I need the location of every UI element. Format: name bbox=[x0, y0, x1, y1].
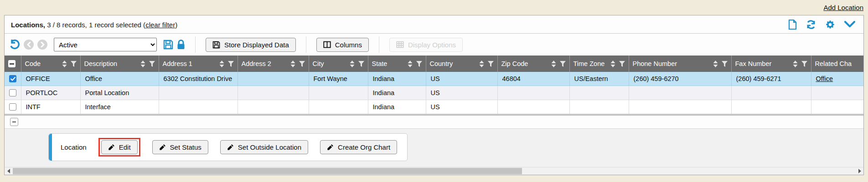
cell-phone bbox=[629, 86, 731, 100]
toolbar: Active Store Displayed Data Columns Disp… bbox=[5, 34, 863, 56]
next-record-button[interactable] bbox=[37, 40, 47, 50]
create-org-chart-button[interactable]: Create Org Chart bbox=[320, 140, 397, 154]
save-filter-button[interactable] bbox=[163, 40, 173, 50]
sort-icon[interactable] bbox=[551, 61, 556, 67]
display-options-button: Display Options bbox=[389, 38, 463, 52]
lock-icon bbox=[177, 40, 185, 50]
records-summary: 3 / 8 records, 1 record selected ( bbox=[45, 21, 145, 29]
cell-timezone bbox=[569, 86, 629, 100]
panel-title-row: Locations, 3 / 8 records, 1 record selec… bbox=[5, 15, 863, 34]
sort-icon[interactable] bbox=[479, 61, 484, 67]
col-header-description[interactable]: Description bbox=[80, 56, 159, 72]
table-row[interactable]: INTF Interface Indiana US bbox=[5, 100, 863, 114]
col-label: Code bbox=[25, 60, 41, 67]
table-header-row: Code Description Address 1 Address 2 Cit… bbox=[5, 56, 863, 72]
col-header-state[interactable]: State bbox=[368, 56, 426, 72]
group-accent-bar bbox=[49, 134, 52, 161]
table-row[interactable]: PORTLOC Portal Location Indiana US bbox=[5, 86, 863, 100]
sort-icon[interactable] bbox=[793, 61, 798, 67]
filter-icon[interactable] bbox=[416, 61, 422, 67]
cell-description: Portal Location bbox=[80, 86, 159, 100]
status-filter-select[interactable]: Active bbox=[54, 38, 157, 51]
clear-filter-link[interactable]: clear filter bbox=[145, 21, 175, 29]
row-checkbox[interactable] bbox=[9, 89, 16, 96]
select-all-checkbox[interactable] bbox=[8, 60, 16, 67]
col-header-address2[interactable]: Address 2 bbox=[238, 56, 309, 72]
cell-state: Indiana bbox=[368, 72, 426, 86]
sort-icon[interactable] bbox=[62, 61, 67, 67]
set-status-button[interactable]: Set Status bbox=[152, 140, 208, 154]
collapse-button[interactable] bbox=[10, 118, 18, 126]
col-label: City bbox=[313, 60, 324, 67]
filter-icon[interactable] bbox=[358, 61, 364, 67]
sort-icon[interactable] bbox=[140, 61, 145, 67]
scroll-right-button[interactable] bbox=[856, 167, 863, 175]
refresh-icon[interactable] bbox=[806, 20, 816, 30]
cell-fax: (260) 459-6271 bbox=[731, 72, 811, 86]
col-header-code[interactable]: Code bbox=[21, 56, 80, 72]
row-checkbox[interactable] bbox=[9, 75, 16, 82]
set-outside-location-button[interactable]: Set Outside Location bbox=[220, 140, 308, 154]
lock-button[interactable] bbox=[177, 40, 185, 50]
col-label: Phone Number bbox=[633, 60, 677, 67]
scrollbar-thumb[interactable] bbox=[13, 168, 522, 174]
sort-icon[interactable] bbox=[408, 61, 413, 67]
edit-button-label: Edit bbox=[119, 143, 131, 151]
undo-button[interactable] bbox=[9, 39, 20, 50]
filter-icon[interactable] bbox=[722, 61, 728, 67]
table-row[interactable]: OFFICE Office 6302 Constitution Drive Fo… bbox=[5, 72, 863, 86]
store-displayed-data-button[interactable]: Store Displayed Data bbox=[206, 38, 296, 52]
filter-icon[interactable] bbox=[228, 61, 234, 67]
col-label: Time Zone bbox=[574, 60, 605, 67]
sort-icon[interactable] bbox=[713, 61, 718, 67]
edit-highlight-box: Edit bbox=[98, 138, 140, 157]
col-header-fax[interactable]: Fax Number bbox=[731, 56, 811, 72]
undo-icon bbox=[9, 39, 20, 50]
col-header-city[interactable]: City bbox=[309, 56, 368, 72]
sort-icon[interactable] bbox=[350, 61, 355, 67]
filter-icon[interactable] bbox=[488, 61, 494, 67]
location-action-group: Location Edit Set Status Set Outside Loc… bbox=[48, 133, 408, 161]
save-icon bbox=[212, 41, 220, 49]
top-strip: Add Location bbox=[0, 0, 868, 15]
cell-city bbox=[309, 86, 368, 100]
sort-icon[interactable] bbox=[290, 61, 295, 67]
col-header-timezone[interactable]: Time Zone bbox=[569, 56, 629, 72]
row-checkbox[interactable] bbox=[9, 103, 16, 111]
col-header-related[interactable]: Related Cha bbox=[811, 56, 863, 72]
col-header-address1[interactable]: Address 1 bbox=[159, 56, 238, 72]
pencil-icon bbox=[159, 144, 166, 151]
filter-icon[interactable] bbox=[801, 61, 807, 67]
filter-icon[interactable] bbox=[560, 61, 566, 67]
prev-record-button[interactable] bbox=[24, 40, 34, 50]
columns-button[interactable]: Columns bbox=[316, 38, 369, 52]
cell-country: US bbox=[426, 86, 497, 100]
filter-icon[interactable] bbox=[71, 61, 77, 67]
filter-icon[interactable] bbox=[299, 61, 305, 67]
gear-icon[interactable] bbox=[825, 20, 835, 30]
sort-icon[interactable] bbox=[610, 61, 615, 67]
add-location-link[interactable]: Add Location bbox=[823, 4, 863, 11]
cell-code: PORTLOC bbox=[21, 86, 80, 100]
cell-zip bbox=[497, 100, 569, 114]
new-record-icon[interactable] bbox=[788, 20, 797, 30]
col-header-zip[interactable]: Zip Code bbox=[497, 56, 569, 72]
scroll-left-button[interactable] bbox=[5, 167, 12, 175]
col-header-country[interactable]: Country bbox=[426, 56, 497, 72]
row-select-cell bbox=[5, 100, 21, 114]
related-chart-link[interactable]: Office bbox=[816, 75, 833, 82]
toolbar-separator bbox=[379, 36, 379, 53]
col-header-phone[interactable]: Phone Number bbox=[629, 56, 731, 72]
sort-icon[interactable] bbox=[219, 61, 224, 67]
cell-country: US bbox=[426, 72, 497, 86]
filter-icon[interactable] bbox=[149, 61, 155, 67]
edit-button[interactable]: Edit bbox=[101, 140, 138, 154]
pencil-icon bbox=[227, 144, 234, 151]
chevron-down-icon[interactable] bbox=[844, 21, 855, 28]
cell-description: Interface bbox=[80, 100, 159, 114]
filter-icon[interactable] bbox=[619, 61, 625, 67]
col-label: Zip Code bbox=[501, 60, 528, 67]
cell-zip: 46804 bbox=[497, 72, 569, 86]
cell-address1: 6302 Constitution Drive bbox=[159, 72, 238, 86]
cell-related: Office bbox=[811, 72, 863, 86]
